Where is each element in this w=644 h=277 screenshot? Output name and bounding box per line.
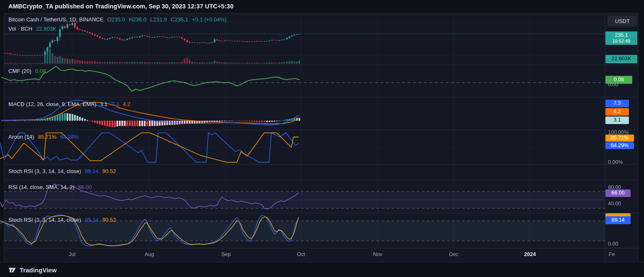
tradingview-logo-icon — [8, 266, 16, 274]
last-price-value: 235.1 — [615, 33, 628, 39]
stoch-k-scale-label: 89.14 — [605, 216, 631, 224]
macd-signal-scale-label: 4.2 — [605, 108, 629, 116]
axis-label-feb: Fe — [609, 251, 615, 257]
ohlc-low: L231.9 — [150, 16, 167, 23]
aroon-title: Aroon (14) — [8, 134, 34, 140]
axis-label-2024: 2024 — [524, 251, 536, 257]
macd-hist-scale-label: 3.1 — [605, 116, 629, 124]
axis-label-sep: Sep — [221, 251, 231, 257]
rsi-legend[interactable]: RSI (14, close, SMA, 14, 2) 66.00 — [8, 184, 92, 190]
axis-label-jul: Jul — [69, 251, 75, 257]
volume-scale-label: 22.603K — [605, 55, 637, 63]
ohlc-close: C235.1 — [171, 16, 188, 23]
stoch-rsi-legend[interactable]: Stoch RSI (3, 3, 14, 14, close) 89.14 90… — [8, 217, 116, 223]
cmf-title: CMF (20) — [8, 68, 31, 74]
chart-canvas[interactable] — [0, 0, 644, 277]
stoch-d-value: 90.52 — [102, 217, 116, 223]
ohlc-change: +0.1 (+0.04%) — [192, 16, 226, 23]
macd-line-value: 7.3 — [112, 101, 119, 107]
axis-label-oct: Oct — [297, 251, 305, 257]
stoch-rsi-collapsed-legend[interactable]: Stoch RSI (3, 3, 14, 14, close) 89.14 90… — [8, 168, 116, 174]
volume-title: Vol · BCH — [8, 26, 32, 32]
volume-layer — [4, 50, 300, 64]
bar-countdown: 16:52:49 — [613, 39, 631, 44]
cmf-legend[interactable]: CMF (20) 0.08 — [8, 68, 46, 74]
aroon-down-scale-label: 64.29% — [605, 142, 634, 149]
aroon-legend[interactable]: Aroon (14) 85.71% 64.29% — [8, 134, 79, 140]
macd-signal-value: 4.2 — [123, 101, 130, 107]
stoch-title: Stoch RSI (3, 3, 14, 14, close) — [8, 217, 81, 223]
stoch-bottom-tick: 0.00 — [608, 241, 618, 247]
stoch-k-value: 89.14 — [85, 217, 99, 223]
footer-bar: TradingView — [0, 262, 644, 277]
last-price-label: 235.1 16:52:49 — [605, 31, 637, 45]
macd-line-scale-label: 7.3 — [605, 100, 629, 107]
cmf-line — [2, 66, 299, 91]
rsi-scale-label: 66.00 — [605, 189, 631, 197]
volume-value: 22.603K — [36, 26, 56, 32]
symbol-title: Bitcoin Cash / TetherUS, 1D, BINANCE — [8, 16, 104, 23]
aroon-up-value: 85.71% — [38, 134, 56, 140]
macd-legend[interactable]: MACD (12, 26, close, 9, EMA, EMA) 3.1 7.… — [8, 101, 130, 107]
symbol-legend[interactable]: Bitcoin Cash / TetherUS, 1D, BINANCE O23… — [8, 16, 226, 23]
tradingview-logo-text: TradingView — [20, 267, 57, 274]
rsi-title: RSI (14, close, SMA, 14, 2) — [8, 184, 75, 190]
rsi-value: 66.00 — [78, 184, 92, 190]
axis-label-dec: Dec — [449, 251, 458, 257]
stoch-collapsed-title: Stoch RSI (3, 3, 14, 14, close) — [8, 168, 81, 174]
page-title: AMBCrypto_TA published on TradingView.co… — [8, 3, 234, 10]
currency-toggle-button[interactable]: USDT — [608, 16, 637, 26]
aroon-down-value: 64.29% — [60, 134, 79, 140]
aroon-bottom-tick: 0.00% — [608, 159, 623, 165]
cmf-scale-label: 0.08 — [605, 76, 632, 84]
axis-label-nov: Nov — [373, 251, 382, 257]
volume-legend[interactable]: Vol · BCH 22.603K — [8, 26, 57, 32]
macd-title: MACD (12, 26, close, 9, EMA, EMA) — [8, 101, 96, 107]
rsi-bottom-tick: 40.00 — [608, 201, 621, 207]
cmf-value: 0.08 — [35, 68, 46, 74]
ohlc-open: O235.0 — [107, 16, 125, 23]
tradingview-logo[interactable]: TradingView — [8, 266, 57, 274]
tradingview-published-chart: AMBCrypto_TA published on TradingView.co… — [0, 0, 644, 277]
aroon-up-scale-label: 85.71% — [605, 135, 634, 142]
ohlc-high: H236.0 — [129, 16, 146, 23]
stoch-collapsed-d: 90.52 — [102, 168, 116, 174]
stoch-collapsed-k: 89.14 — [85, 168, 99, 174]
axis-label-aug: Aug — [145, 251, 154, 257]
macd-hist-value: 3.1 — [100, 101, 108, 107]
